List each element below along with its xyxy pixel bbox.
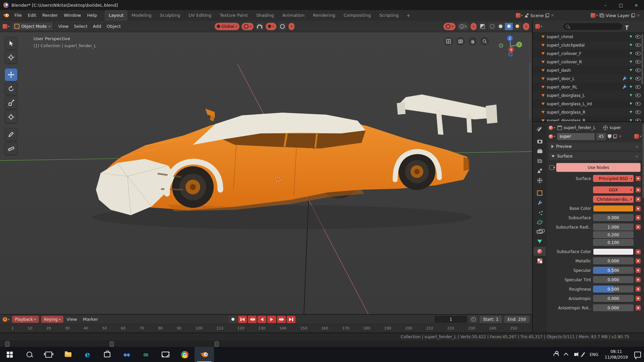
visibility-eye-icon[interactable] [635,94,641,97]
props-tab-scene[interactable] [534,166,546,175]
measure-tool[interactable] [5,142,17,155]
visibility-eye-icon[interactable] [635,110,641,114]
viewport-menu-item[interactable]: Object [104,21,123,32]
animate-dot[interactable] [636,287,641,292]
shading-options-dropdown[interactable]: ▾ [523,23,529,30]
visibility-eye-icon[interactable] [635,77,641,80]
transform-orientation-dropdown[interactable]: Global▾ [215,23,239,30]
specular-tint-value[interactable]: 0.000 [593,276,634,283]
tray-overflow-button[interactable] [562,347,571,362]
select-box-tool[interactable] [5,37,17,50]
workspace-tab[interactable]: Shading [252,10,278,21]
visibility-eye-icon[interactable] [635,43,641,47]
store-button[interactable] [97,347,117,362]
panel-grip-icon[interactable]: ≡ [636,155,639,158]
workspace-tab[interactable]: Sculpting [156,10,184,21]
outliner-item[interactable]: superl_doorglass_R [533,108,644,116]
outliner-item[interactable]: superl_dash [533,66,644,74]
unlink-scene-icon[interactable]: ✕ [551,13,554,18]
anisotropic-value[interactable]: 0.000 [593,295,634,302]
pivot-point-dropdown[interactable]: ▾ [241,23,254,30]
viewlayer-browse-chip[interactable]: ▾ [591,13,598,18]
outliner-item[interactable]: superl_door_RL [533,83,644,91]
outliner-item[interactable]: superl_clutchpedal [533,41,644,49]
minimize-button[interactable]: – [598,0,613,10]
subsurface-value[interactable]: 0.000 [593,214,634,221]
props-tab-texture[interactable] [534,256,546,265]
prev-keyframe-button[interactable] [248,316,257,323]
annotate-tool[interactable] [5,128,17,141]
preview-section-header[interactable]: Preview ≡ [549,142,641,150]
taskbar-clock[interactable]: 08:11 11/08/2019 [601,347,631,362]
action-center-button[interactable] [631,347,644,362]
timeline-marker-menu[interactable]: Marker [80,317,101,322]
edge-button[interactable]: e [78,347,97,362]
jump-to-start-button[interactable] [238,316,247,323]
breadcrumb-object[interactable]: superl_fender_L [564,125,596,130]
workspace-tab[interactable]: Texture Paint [216,10,252,21]
timeline-editor-chip[interactable]: ▾ [3,317,10,322]
start-frame-field[interactable]: Start:1 [480,316,502,323]
mail-button[interactable] [156,347,175,362]
object-mode-dropdown[interactable]: Object Mode▾ [12,22,53,31]
scene-browse-chip[interactable]: ▾ [516,13,523,18]
workspace-tab[interactable]: Layout [105,10,127,21]
browse-material-chip[interactable]: ▾ [549,134,555,139]
navigation-gizmo[interactable]: Z Y X [496,33,525,61]
animate-dot[interactable] [636,249,641,254]
new-scene-icon[interactable] [545,13,549,17]
windows-ink-button[interactable] [580,347,587,362]
subsurface-method-dropdown[interactable]: Christensen-Bu..▾ [593,196,634,203]
camera-button[interactable] [456,37,465,46]
outliner-item[interactable]: superl_doorglass_L [533,91,644,100]
shading-solid-button[interactable] [496,23,505,30]
people-tray-button[interactable] [550,347,562,362]
menu-item[interactable]: Render [39,10,61,21]
animate-dot[interactable] [636,258,641,263]
loop-app-button[interactable]: ∞ [136,347,156,362]
outliner-search[interactable] [563,23,622,30]
outliner-item[interactable]: superl_doorglass_R [533,116,644,121]
workspace-tab[interactable]: Compositing [339,10,375,21]
xray-toggle-button[interactable] [478,23,486,30]
properties-editor-chip[interactable]: ▾ [549,126,555,130]
viewport-menu-item[interactable]: Select [71,21,90,32]
animate-dot[interactable] [636,176,641,181]
visibility-eye-icon[interactable] [635,102,641,106]
animate-dot[interactable] [636,187,641,192]
viewport-scrollbar[interactable] [529,62,531,119]
animate-dot[interactable] [636,296,641,301]
subsurface-radius-b[interactable]: 0.100 [593,239,634,246]
specular-value[interactable]: 0.500 [593,267,634,274]
keying-dropdown[interactable]: Keying▾ [41,316,64,323]
metallic-value[interactable]: 0.000 [593,257,634,264]
workspace-tab[interactable]: UV Editing [184,10,216,21]
material-name-field[interactable]: super [557,133,595,140]
play-button[interactable] [267,316,276,323]
menu-item[interactable]: Help [84,10,100,21]
material-users-count[interactable]: 45 [596,133,606,140]
props-tab-physics[interactable] [534,218,546,227]
zoom-button[interactable] [480,37,489,46]
visibility-eye-icon[interactable] [635,68,641,72]
props-tab-object-data[interactable] [534,237,546,246]
rotate-tool[interactable] [5,82,17,95]
shading-rendered-button[interactable] [513,23,521,30]
workspace-tab[interactable]: Rendering [309,10,339,21]
properties-scrollbar[interactable] [642,124,644,198]
play-reverse-button[interactable] [258,316,266,323]
dropbox-button[interactable]: ◆◆ [117,347,136,362]
visibility-eye-icon[interactable] [635,52,641,55]
outliner-item[interactable]: superl_chmsl [533,33,644,41]
menu-item[interactable]: Edit [25,10,39,21]
props-tab-modifiers[interactable] [534,198,546,207]
panel-grip-icon[interactable]: ≡ [636,145,639,148]
taskbar-search-button[interactable] [19,347,39,362]
next-keyframe-button[interactable] [277,316,286,323]
props-tab-object[interactable] [534,188,546,197]
proportional-falloff-dropdown[interactable]: ▾ [288,23,295,30]
scene-selector[interactable]: ▾ Scene ✕ [516,10,554,21]
fake-user-shield-icon[interactable] [608,134,611,139]
viewport-3d-scene[interactable] [0,32,532,314]
outliner-scrollbar[interactable] [641,34,643,84]
